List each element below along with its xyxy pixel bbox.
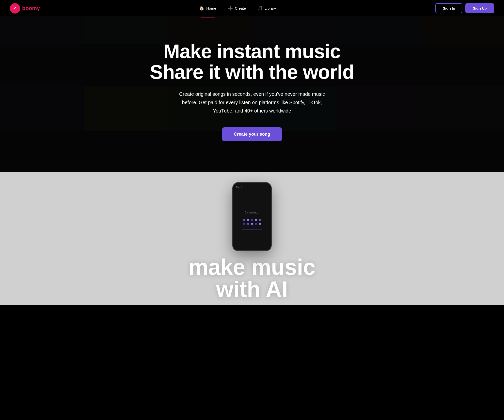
home-icon: 🏠 [199, 6, 204, 11]
hero-title: Make instant music Share it with the wor… [150, 41, 354, 82]
dot [259, 223, 261, 225]
dot [259, 219, 261, 221]
dot [243, 223, 245, 225]
svg-rect-2 [15, 7, 16, 9]
brand: boomy [10, 3, 40, 14]
create-song-button[interactable]: Create your song [222, 127, 282, 141]
phone-dots [243, 219, 261, 225]
hero-content: Make instant music Share it with the wor… [150, 41, 354, 141]
nav-home[interactable]: 🏠 Home [193, 4, 222, 13]
auth-buttons: Sign In Sign Up [435, 3, 494, 13]
logo-icon [10, 3, 20, 14]
dot [247, 219, 249, 221]
phone-screen: Rap 1 Composing... [233, 183, 271, 250]
hero-section: Make instant music Share it with the wor… [0, 0, 504, 172]
hero-title-line2: Share it with the world [150, 61, 354, 83]
hero-title-line1: Make instant music [163, 40, 341, 62]
nav-library[interactable]: 🎵 Library [252, 4, 282, 13]
nav-create-label: Create [235, 6, 246, 10]
section-title-line2: with AI [216, 277, 288, 302]
second-section: Rap 1 Composing... make music [0, 172, 504, 305]
nav-library-label: Library [265, 6, 276, 10]
phone-mockup: Rap 1 Composing... [232, 182, 272, 251]
phone-progress-bar [242, 229, 262, 229]
section-title-line1: make music [189, 255, 315, 279]
dot [243, 219, 245, 221]
sign-up-button[interactable]: Sign Up [465, 3, 494, 13]
phone-track-label: Rap 1 [236, 186, 242, 188]
phone-container: Rap 1 Composing... [0, 182, 504, 251]
dot [251, 219, 253, 221]
dot [255, 219, 257, 221]
nav-links: 🏠 Home ➕ Create 🎵 Library [193, 4, 282, 13]
svg-point-3 [15, 7, 16, 8]
nav-home-label: Home [206, 6, 216, 10]
dot [247, 223, 249, 225]
svg-point-1 [14, 8, 15, 9]
create-icon: ➕ [228, 6, 233, 11]
navbar: boomy 🏠 Home ➕ Create 🎵 Library Sign In … [0, 0, 504, 17]
dot [251, 223, 253, 225]
dot [255, 223, 257, 225]
phone-status: Composing... [245, 211, 259, 214]
nav-create[interactable]: ➕ Create [222, 4, 252, 13]
section-big-title: make music with AI [0, 251, 504, 305]
library-icon: 🎵 [258, 6, 263, 11]
brand-name: boomy [22, 5, 40, 12]
hero-subtitle: Create original songs in seconds, even i… [176, 90, 328, 115]
sign-in-button[interactable]: Sign In [435, 3, 462, 13]
